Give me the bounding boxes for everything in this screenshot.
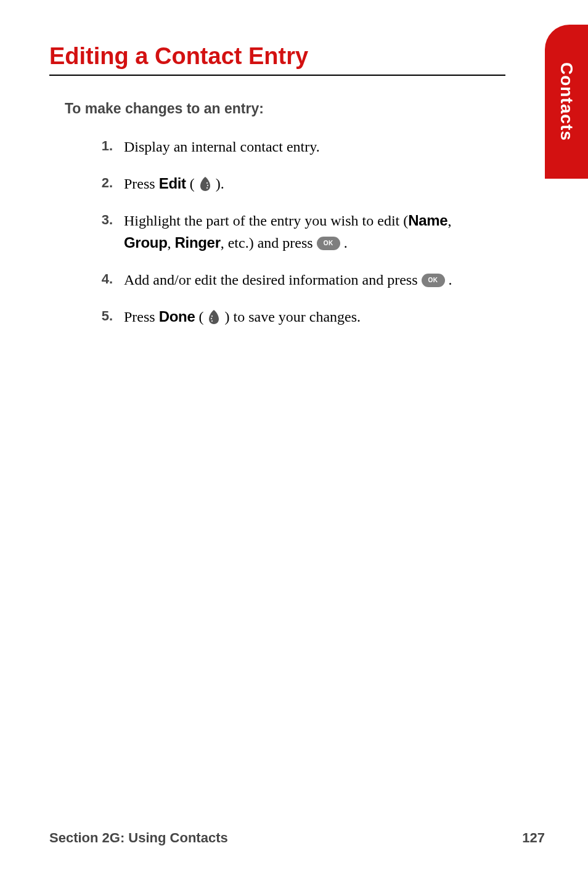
step-text: Display an internal contact entry. (124, 139, 320, 155)
steps-list: 1.Display an internal contact entry.2.Pr… (89, 136, 545, 328)
side-tab: Contacts (545, 25, 588, 179)
footer-page-number: 127 (522, 830, 545, 846)
step-text: Press (124, 309, 159, 325)
step-text: ( (195, 309, 207, 325)
step-text: . (340, 235, 348, 251)
step-body: Display an internal contact entry. (124, 136, 320, 158)
bold-label: Done (159, 308, 195, 325)
step: 4.Add and/or edit the desired informatio… (89, 269, 545, 291)
svg-point-3 (211, 315, 213, 317)
step-text: Press (124, 176, 159, 192)
page-footer: Section 2G: Using Contacts 127 (49, 830, 545, 846)
step-number: 2. (89, 173, 113, 193)
svg-point-4 (211, 318, 212, 319)
bold-label: Edit (159, 175, 186, 192)
step-number: 5. (89, 306, 113, 326)
bold-label: Name (408, 212, 447, 229)
ok-button-icon (422, 274, 445, 287)
step: 1.Display an internal contact entry. (89, 136, 545, 158)
step-text: , (447, 213, 451, 229)
svg-point-1 (207, 185, 208, 186)
step-text: ( (186, 176, 198, 192)
page-heading: Editing a Contact Entry (49, 43, 545, 70)
bold-label: Group (124, 234, 168, 251)
step-text: ). (212, 176, 224, 192)
heading-rule (49, 75, 505, 76)
step-body: Add and/or edit the desired information … (124, 269, 452, 291)
softkey-left-icon (207, 309, 221, 325)
step-number: 1. (89, 136, 113, 156)
step: 2.Press Edit ( ). (89, 173, 545, 195)
step-number: 3. (89, 210, 113, 230)
side-tab-label: Contacts (557, 62, 576, 141)
step-text: , etc.) and press (221, 235, 317, 251)
step-text: . (445, 272, 452, 288)
step-number: 4. (89, 269, 113, 289)
step: 5.Press Done ( ) to save your changes. (89, 306, 545, 328)
step-text: Add and/or edit the desired information … (124, 272, 422, 288)
step-text: ) to save your changes. (221, 309, 361, 325)
footer-section: Section 2G: Using Contacts (49, 830, 228, 846)
svg-point-5 (211, 320, 213, 322)
step-body: Press Edit ( ). (124, 173, 224, 195)
step-body: Highlight the part of the entry you wish… (124, 210, 481, 254)
bold-label: Ringer (175, 234, 221, 251)
step: 3.Highlight the part of the entry you wi… (89, 210, 545, 254)
step-body: Press Done ( ) to save your changes. (124, 306, 361, 328)
svg-point-0 (206, 182, 208, 184)
svg-point-2 (206, 187, 208, 189)
subheading: To make changes to an entry: (65, 100, 545, 117)
softkey-right-icon (198, 176, 212, 192)
ok-button-icon (317, 237, 340, 250)
step-text: Highlight the part of the entry you wish… (124, 213, 408, 229)
step-text: , (168, 235, 175, 251)
